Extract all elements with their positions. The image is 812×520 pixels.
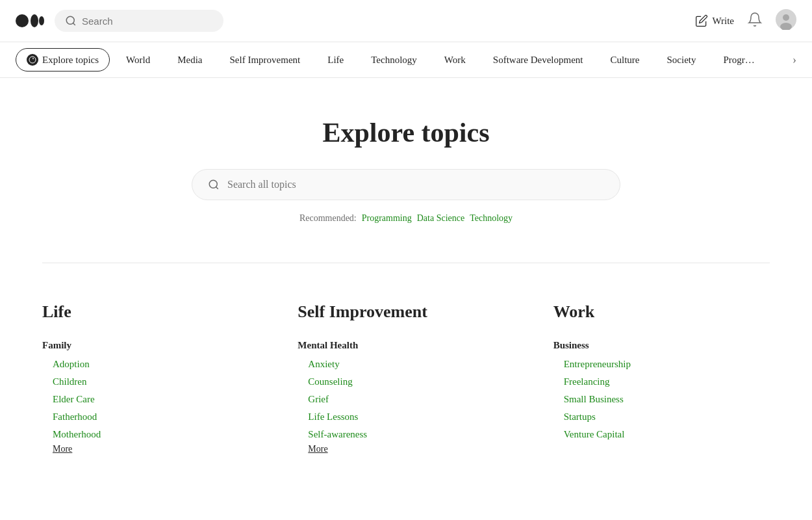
topic-entrepreneurship[interactable]: Entrepreneurship — [553, 359, 770, 370]
topic-venture-capital[interactable]: Venture Capital — [553, 429, 770, 440]
hero-section: Explore topics Recommended: Programming … — [42, 78, 770, 250]
write-button[interactable]: Write — [695, 14, 734, 27]
life-title: Life — [42, 302, 259, 322]
work-title: Work — [553, 302, 770, 322]
mental-health-group: Mental Health Anxiety Counseling Grief L… — [298, 340, 514, 454]
svg-point-1 — [31, 14, 38, 27]
nav-technology[interactable]: Technology — [360, 49, 428, 72]
topic-freelancing[interactable]: Freelancing — [553, 376, 770, 387]
business-group: Business Entrepreneurship Freelancing Sm… — [553, 340, 770, 440]
topic-counseling[interactable]: Counseling — [298, 376, 514, 387]
recommended-data-science[interactable]: Data Science — [417, 213, 464, 224]
svg-point-0 — [16, 14, 29, 27]
business-group-title: Business — [553, 340, 770, 351]
life-family-group: Family Adoption Children Elder Care Fath… — [42, 340, 259, 454]
nav-world[interactable]: World — [115, 49, 161, 72]
family-group-title: Family — [42, 340, 259, 351]
recommended-programming[interactable]: Programming — [362, 213, 412, 224]
topic-startups[interactable]: Startups — [553, 411, 770, 422]
nav-society[interactable]: Society — [656, 49, 707, 72]
header-search-input[interactable] — [82, 16, 213, 27]
svg-point-2 — [39, 16, 44, 25]
topics-nav: Explore topics World Media Self Improvem… — [0, 42, 812, 78]
nav-culture[interactable]: Culture — [600, 49, 651, 72]
topic-column-work: Work Business Entrepreneurship Freelanci… — [553, 302, 770, 470]
topic-life-lessons[interactable]: Life Lessons — [298, 411, 514, 422]
nav-programming[interactable]: Progr… — [713, 49, 766, 72]
recommended-label: Recommended: — [299, 213, 357, 224]
svg-point-3 — [66, 16, 74, 24]
nav-software-development[interactable]: Software Development — [482, 49, 594, 72]
topic-column-life: Life Family Adoption Children Elder Care… — [42, 302, 259, 470]
write-icon — [695, 14, 708, 27]
nav-life[interactable]: Life — [316, 49, 355, 72]
topic-elder-care[interactable]: Elder Care — [42, 394, 259, 405]
svg-point-7 — [29, 57, 36, 63]
main-content: Explore topics Recommended: Programming … — [16, 78, 796, 496]
family-list: Adoption Children Elder Care Fatherhood … — [42, 359, 259, 440]
business-list: Entrepreneurship Freelancing Small Busin… — [553, 359, 770, 440]
topic-column-self-improvement: Self Improvement Mental Health Anxiety C… — [298, 302, 514, 470]
write-label: Write — [712, 16, 734, 27]
hero-search-bar[interactable] — [192, 169, 620, 200]
self-improvement-title: Self Improvement — [298, 302, 514, 322]
header-search-bar[interactable] — [55, 10, 223, 32]
user-avatar[interactable] — [776, 9, 796, 32]
mental-health-list: Anxiety Counseling Grief Life Lessons Se… — [298, 359, 514, 440]
topic-children[interactable]: Children — [42, 376, 259, 387]
page-title: Explore topics — [42, 117, 770, 148]
mental-health-more[interactable]: More — [298, 444, 327, 454]
hero-search-icon — [208, 179, 220, 190]
topics-grid: Life Family Adoption Children Elder Care… — [42, 263, 770, 496]
svg-point-8 — [209, 180, 217, 188]
life-family-more[interactable]: More — [42, 444, 72, 454]
header: Write — [0, 0, 812, 42]
recommended-section: Recommended: Programming Data Science Te… — [42, 213, 770, 224]
svg-point-5 — [783, 14, 789, 21]
topic-self-awareness[interactable]: Self-awareness — [298, 429, 514, 440]
logo[interactable] — [16, 12, 44, 30]
topic-motherhood[interactable]: Motherhood — [42, 429, 259, 440]
nav-media[interactable]: Media — [166, 49, 213, 72]
topic-grief[interactable]: Grief — [298, 394, 514, 405]
topic-anxiety[interactable]: Anxiety — [298, 359, 514, 370]
recommended-technology[interactable]: Technology — [470, 213, 513, 224]
header-right: Write — [695, 9, 796, 32]
topic-adoption[interactable]: Adoption — [42, 359, 259, 370]
compass-icon — [27, 54, 38, 66]
nav-work[interactable]: Work — [433, 49, 477, 72]
nav-explore-topics[interactable]: Explore topics — [16, 48, 110, 72]
search-icon — [65, 15, 77, 27]
topic-small-business[interactable]: Small Business — [553, 394, 770, 405]
notifications-icon[interactable] — [747, 12, 763, 30]
nav-right-arrow[interactable]: › — [793, 53, 796, 67]
hero-search-input[interactable] — [227, 179, 604, 190]
topic-fatherhood[interactable]: Fatherhood — [42, 411, 259, 422]
nav-explore-label: Explore topics — [42, 55, 99, 66]
nav-self-improvement[interactable]: Self Improvement — [219, 49, 312, 72]
mental-health-group-title: Mental Health — [298, 340, 514, 351]
